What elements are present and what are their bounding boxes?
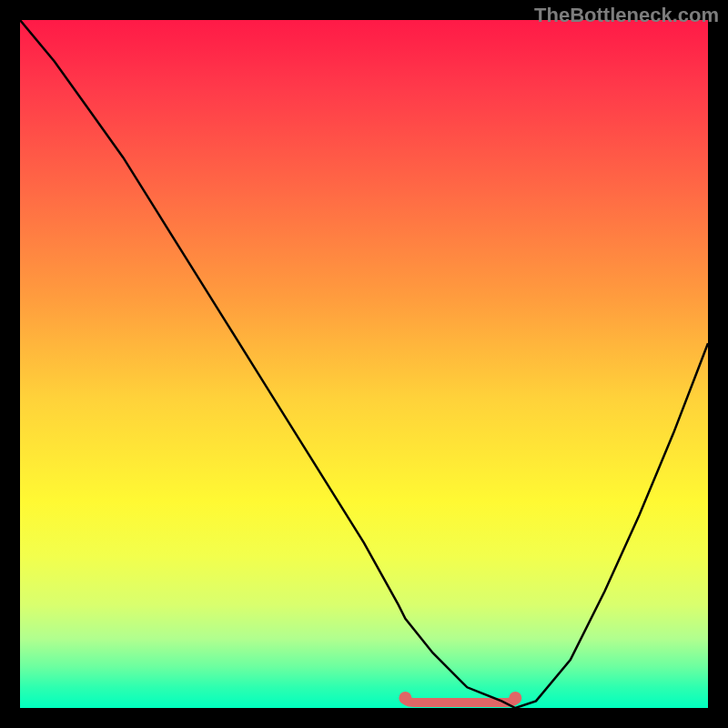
bottleneck-curve-path (20, 20, 708, 708)
curve-svg (20, 20, 708, 708)
bottleneck-chart: TheBottleneck.com (0, 0, 728, 728)
watermark-text: TheBottleneck.com (534, 4, 719, 27)
marker-dot-end (509, 692, 521, 704)
plot-area (20, 20, 708, 708)
